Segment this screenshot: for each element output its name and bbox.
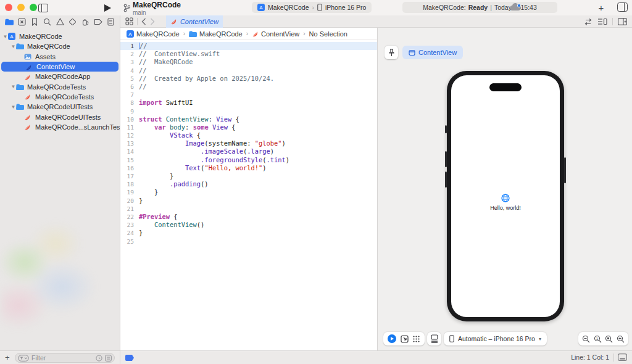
live-preview-button[interactable] — [388, 334, 396, 343]
code-line-19[interactable]: 19 } — [120, 188, 377, 196]
preview-target-pill[interactable]: ContentView — [402, 46, 463, 59]
variants-grid-icon[interactable] — [412, 335, 420, 343]
navigator-row-makeqrcodeuitests[interactable]: ▼MakeQRCodeUITests — [0, 102, 120, 112]
bookmarks-navigator-icon[interactable] — [30, 17, 39, 27]
close-window-button[interactable] — [5, 4, 12, 11]
code-line-2[interactable]: 2// ContentView.swift — [120, 50, 377, 58]
code-line-13[interactable]: 13 Image(systemName: "globe") — [120, 139, 377, 147]
scheme-selector[interactable]: A MakeQRCode › iPhone 16 Pro — [252, 2, 372, 13]
code-line-14[interactable]: 14 .imageScale(.large) — [120, 147, 377, 155]
code-line-1[interactable]: 1// — [120, 42, 377, 50]
file-label: MakeQRCode — [27, 43, 70, 50]
code-text: var body: some View { — [139, 123, 235, 131]
navigator-row-makeqrcodetests[interactable]: MakeQRCodeTests — [0, 92, 120, 102]
go-forward-icon[interactable] — [150, 18, 155, 25]
zoom-in-button[interactable] — [617, 335, 625, 343]
related-items-icon[interactable] — [125, 17, 133, 25]
issues-navigator-icon[interactable] — [56, 17, 65, 27]
code-line-7[interactable]: 7 — [120, 91, 377, 99]
add-item-button[interactable]: + — [5, 353, 10, 362]
editor-options-icon[interactable] — [597, 18, 607, 25]
svg-text:1: 1 — [596, 337, 598, 341]
tests-navigator-icon[interactable] — [68, 17, 77, 27]
cloud-sync-icon[interactable] — [510, 3, 522, 12]
breadcrumb-item-2[interactable]: ContentView — [252, 30, 299, 38]
pin-preview-button[interactable] — [385, 46, 398, 59]
navigator-row-makeqrcodetests[interactable]: ▼MakeQRCodeTests — [0, 81, 120, 91]
code-line-20[interactable]: 20} — [120, 197, 377, 205]
breakpoint-indicator[interactable] — [125, 355, 134, 361]
swap-editor-icon[interactable] — [584, 19, 592, 25]
line-number: 14 — [120, 147, 139, 155]
selectable-mode-icon[interactable] — [401, 335, 409, 343]
minimize-window-button[interactable] — [17, 4, 25, 11]
flags-filter-icon[interactable] — [105, 355, 112, 362]
code-line-3[interactable]: 3// MakeQRCode — [120, 58, 377, 66]
navigator-row-makeqrcode-slaunchtests[interactable]: MakeQRCode...sLaunchTests — [0, 122, 120, 132]
swift-icon — [24, 114, 32, 121]
code-line-18[interactable]: 18 .padding() — [120, 180, 377, 188]
breadcrumb-item-1[interactable]: MakeQRCode — [189, 30, 243, 38]
preview-screen[interactable]: Hello, world! — [451, 75, 560, 317]
code-line-17[interactable]: 17 } — [120, 172, 377, 180]
breakpoints-navigator-icon[interactable] — [93, 17, 102, 27]
zoom-out-button[interactable] — [582, 335, 590, 343]
code-line-8[interactable]: 8import SwiftUI — [120, 99, 377, 107]
disclosure-triangle-icon[interactable]: ▼ — [10, 84, 16, 89]
code-line-21[interactable]: 21 — [120, 205, 377, 213]
code-text: } — [139, 197, 143, 204]
find-navigator-icon[interactable] — [43, 17, 52, 27]
navigator-filter-field[interactable]: Filter — [15, 353, 115, 363]
tab-contentview[interactable]: ContentView — [166, 15, 223, 28]
project-navigator-icon[interactable] — [4, 17, 14, 27]
editor-tab-bar: ContentView — [120, 15, 632, 28]
zoom-to-fit-button[interactable] — [605, 335, 613, 343]
navigator-row-makeqrcodeuitests[interactable]: MakeQRCodeUITests — [0, 112, 120, 122]
source-editor[interactable]: 1//2// ContentView.swift3// MakeQRCode4/… — [120, 40, 377, 350]
reports-navigator-icon[interactable] — [106, 17, 115, 27]
go-back-icon[interactable] — [141, 18, 146, 25]
disclosure-triangle-icon[interactable]: ▼ — [10, 44, 16, 49]
zoom-actual-size-button[interactable]: 1 — [594, 335, 602, 343]
scheme-separator: › — [312, 4, 314, 11]
code-line-4[interactable]: 4// — [120, 67, 377, 75]
navigator-row-makeqrcodeapp[interactable]: MakeQRCodeApp — [0, 72, 120, 81]
code-line-5[interactable]: 5// Created by Apple on 2025/10/24. — [120, 75, 377, 83]
code-line-24[interactable]: 24} — [120, 229, 377, 237]
breadcrumb-label: No Selection — [309, 30, 347, 38]
code-line-6[interactable]: 6// — [120, 83, 377, 91]
code-line-12[interactable]: 12 VStack { — [120, 131, 377, 139]
code-line-11[interactable]: 11 var body: some View { — [120, 123, 377, 131]
divider — [612, 18, 613, 25]
recents-clock-icon[interactable] — [96, 355, 102, 362]
device-settings-button[interactable] — [427, 332, 441, 345]
add-button[interactable]: + — [596, 2, 606, 13]
breadcrumb-item-0[interactable]: AMakeQRCode — [127, 30, 180, 38]
code-line-22[interactable]: 22#Preview { — [120, 213, 377, 221]
disclosure-triangle-icon[interactable]: ▼ — [10, 104, 16, 110]
debug-navigator-icon[interactable] — [81, 17, 90, 27]
code-line-23[interactable]: 23 ContentView() — [120, 221, 377, 229]
code-line-25[interactable]: 25 — [120, 238, 377, 246]
code-line-15[interactable]: 15 .foregroundStyle(.tint) — [120, 156, 377, 164]
navigator-row-contentview[interactable]: ContentView — [1, 62, 118, 72]
editor-display-icon[interactable] — [618, 354, 627, 361]
navigator-row-makeqrcode[interactable]: ▼AMakeQRCode — [0, 31, 120, 41]
navigator-row-assets[interactable]: Assets — [0, 52, 120, 62]
code-line-9[interactable]: 9 — [120, 107, 377, 115]
toggle-navigator-icon[interactable] — [37, 2, 49, 13]
breadcrumb-item-3[interactable]: No Selection — [309, 30, 347, 38]
source-control-navigator-icon[interactable] — [17, 17, 27, 27]
zoom-window-button[interactable] — [30, 4, 37, 11]
line-number: 24 — [120, 229, 139, 237]
code-line-16[interactable]: 16 Text("Hello, world!") — [120, 164, 377, 172]
navigator-row-makeqrcode[interactable]: ▼MakeQRCode — [0, 41, 120, 51]
run-button[interactable] — [102, 3, 112, 12]
code-line-10[interactable]: 10struct ContentView: View { — [120, 115, 377, 123]
disclosure-triangle-icon[interactable]: ▼ — [2, 34, 8, 39]
add-editor-icon[interactable] — [618, 18, 627, 25]
toggle-inspector-icon[interactable] — [617, 2, 628, 12]
preview-device-selector[interactable]: Automatic – iPhone 16 Pro ▾ — [444, 332, 547, 345]
file-label: MakeQRCodeTests — [35, 93, 94, 101]
activity-status[interactable]: MakeQRCode: Ready | Today at 15:43 — [402, 2, 557, 13]
